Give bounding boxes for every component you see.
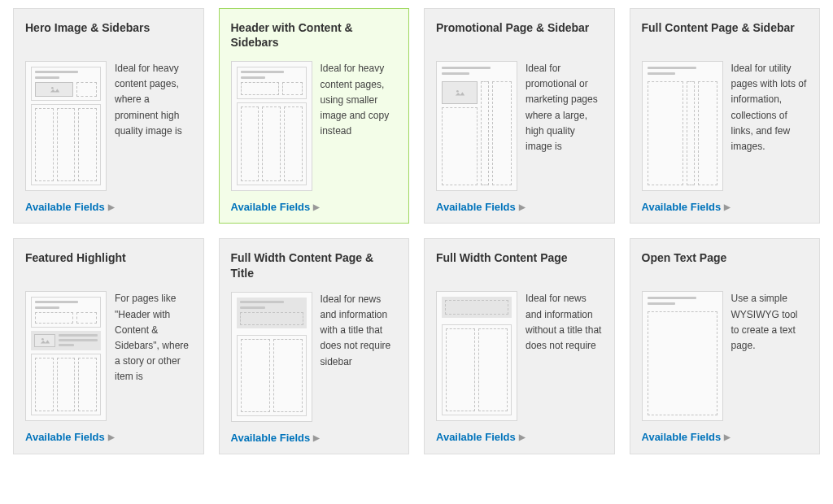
thumb-dash-box [442, 107, 478, 185]
thumb-dash-box [241, 106, 259, 181]
thumb-dash-box [57, 358, 76, 411]
template-card[interactable]: Featured Highlight For pages like "Heade… [13, 238, 204, 454]
chevron-right-icon: ▶ [108, 202, 115, 211]
available-fields-link[interactable]: Available Fields ▶ [436, 201, 526, 213]
thumb-dash-box [284, 106, 303, 181]
template-grid: Hero Image & Sidebars Ideal for heavy co… [13, 8, 820, 454]
template-description: Ideal for news and information without a… [526, 291, 603, 354]
thumb-line [648, 72, 675, 75]
template-thumbnail [25, 291, 107, 421]
thumb-image-icon [34, 334, 55, 347]
thumb-line [35, 306, 59, 309]
template-body: Ideal for heavy content pages, where a p… [25, 61, 192, 191]
template-thumbnail [231, 61, 312, 191]
available-fields-label: Available Fields [25, 431, 105, 443]
template-body: Ideal for news and information with a ti… [231, 292, 398, 422]
thumb-dash-box [240, 312, 303, 325]
thumb-dash-box [76, 82, 97, 97]
template-title: Featured Highlight [25, 250, 192, 280]
thumb-line [241, 76, 265, 79]
thumb-dash-box [78, 108, 97, 181]
template-title: Open Text Page [642, 250, 809, 280]
template-card[interactable]: Full Content Page & Sidebar Ideal for ut… [630, 8, 821, 224]
available-fields-label: Available Fields [642, 431, 722, 443]
available-fields-label: Available Fields [436, 201, 516, 213]
thumb-dash-box [241, 339, 270, 412]
template-title: Full Width Content Page & Title [231, 250, 398, 280]
chevron-right-icon: ▶ [108, 432, 115, 441]
thumb-dash-box [478, 328, 508, 411]
chevron-right-icon: ▶ [519, 432, 526, 441]
template-thumbnail [436, 291, 517, 421]
thumb-dash-box [648, 311, 717, 415]
template-card[interactable]: Promotional Page & Sidebar Ideal for pro… [424, 8, 615, 224]
chevron-right-icon: ▶ [519, 202, 526, 211]
available-fields-link[interactable]: Available Fields ▶ [436, 431, 526, 443]
thumb-dash-box [687, 81, 695, 185]
template-title: Header with Content & Sidebars [231, 20, 398, 50]
thumb-dash-box [78, 358, 97, 411]
thumb-dash-box [273, 339, 303, 412]
template-thumbnail [436, 61, 517, 191]
available-fields-link[interactable]: Available Fields ▶ [25, 431, 115, 443]
thumb-dash-box [35, 312, 73, 324]
template-thumbnail [642, 61, 723, 191]
svg-rect-2 [454, 89, 465, 98]
thumb-line [442, 67, 491, 69]
template-description: Ideal for utility pages with lots of inf… [731, 61, 809, 154]
template-card[interactable]: Hero Image & Sidebars Ideal for heavy co… [13, 8, 204, 224]
template-title: Hero Image & Sidebars [25, 20, 192, 50]
available-fields-link[interactable]: Available Fields ▶ [25, 201, 115, 213]
template-thumbnail [231, 292, 312, 422]
template-description: Ideal for heavy content pages, using sma… [321, 61, 398, 139]
chevron-right-icon: ▶ [313, 433, 320, 442]
template-title: Promotional Page & Sidebar [436, 20, 603, 50]
thumb-dash-box [35, 358, 54, 411]
template-body: Ideal for utility pages with lots of inf… [642, 61, 809, 191]
thumb-dash-box [446, 328, 475, 411]
available-fields-link[interactable]: Available Fields ▶ [642, 431, 731, 443]
available-fields-link[interactable]: Available Fields ▶ [642, 201, 731, 213]
template-body: Ideal for promotional or marketing pages… [436, 61, 603, 191]
svg-rect-4 [39, 337, 50, 345]
thumb-dash-box [648, 81, 684, 185]
chevron-right-icon: ▶ [724, 202, 731, 211]
available-fields-label: Available Fields [231, 201, 311, 213]
thumb-dash-box [35, 108, 54, 181]
template-card[interactable]: Full Width Content Page & Title Ideal fo… [219, 238, 410, 454]
thumb-line [35, 71, 78, 73]
thumb-line [648, 297, 696, 299]
chevron-right-icon: ▶ [724, 432, 731, 441]
template-card[interactable]: Header with Content & Sidebars Ideal for… [219, 8, 410, 224]
svg-point-5 [41, 338, 44, 341]
available-fields-link[interactable]: Available Fields ▶ [231, 201, 321, 213]
thumb-dash-box [698, 81, 717, 185]
chevron-right-icon: ▶ [313, 202, 320, 211]
thumb-line [241, 71, 284, 73]
svg-rect-0 [49, 85, 60, 94]
thumb-dash-box [282, 82, 303, 95]
thumb-dash-box [262, 106, 281, 181]
available-fields-label: Available Fields [231, 432, 311, 444]
thumb-image-icon [442, 81, 478, 104]
svg-point-1 [51, 87, 54, 89]
thumb-line [59, 334, 98, 337]
template-body: Ideal for news and information without a… [436, 291, 603, 421]
template-title: Full Content Page & Sidebar [642, 20, 809, 50]
thumb-dash-box [481, 81, 489, 185]
template-card[interactable]: Full Width Content Page Ideal for news a… [424, 238, 615, 454]
template-description: For pages like "Header with Content & Si… [115, 291, 192, 385]
thumb-dash-box [76, 312, 97, 324]
template-card[interactable]: Open Text Page Use a simple WYSIWYG tool… [630, 238, 821, 454]
template-description: Use a simple WYSIWYG tool to create a te… [731, 291, 809, 354]
thumb-dash-box [492, 81, 512, 185]
thumb-line [648, 302, 675, 305]
svg-point-3 [456, 90, 459, 93]
available-fields-link[interactable]: Available Fields ▶ [231, 432, 321, 444]
thumb-dash-box [57, 108, 76, 181]
template-thumbnail [642, 291, 723, 421]
available-fields-label: Available Fields [25, 201, 105, 213]
template-description: Ideal for heavy content pages, where a p… [115, 61, 192, 139]
thumb-dash-box [445, 300, 508, 315]
template-body: Use a simple WYSIWYG tool to create a te… [642, 291, 809, 421]
